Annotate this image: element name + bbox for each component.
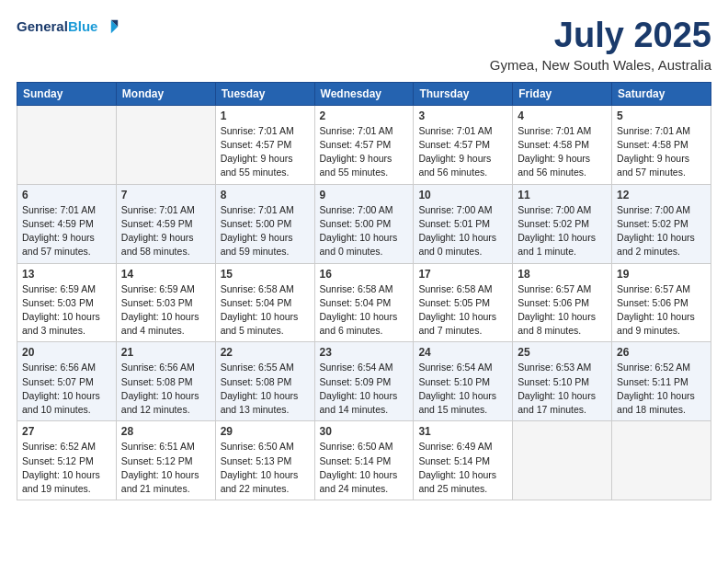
header: GeneralBlue July 2025 Gymea, New South W… (17, 17, 711, 73)
day-info: Sunrise: 7:01 AMSunset: 4:59 PMDaylight:… (22, 203, 111, 259)
day-info: Sunrise: 6:49 AMSunset: 5:14 PMDaylight:… (418, 440, 507, 496)
day-info: Sunrise: 6:58 AMSunset: 5:04 PMDaylight:… (221, 282, 310, 339)
location-title: Gymea, New South Wales, Australia (490, 57, 711, 73)
calendar-cell: 30Sunrise: 6:50 AMSunset: 5:14 PMDayligh… (314, 421, 414, 500)
day-number: 6 (22, 189, 111, 201)
calendar-cell: 31Sunrise: 6:49 AMSunset: 5:14 PMDayligh… (414, 421, 513, 500)
day-info: Sunrise: 6:54 AMSunset: 5:09 PMDaylight:… (320, 361, 409, 417)
day-number: 28 (121, 425, 210, 438)
calendar-cell: 7Sunrise: 7:01 AMSunset: 4:59 PMDaylight… (116, 184, 215, 263)
day-info: Sunrise: 7:01 AMSunset: 4:59 PMDaylight:… (121, 203, 210, 259)
day-info: Sunrise: 6:57 AMSunset: 5:06 PMDaylight:… (518, 282, 607, 339)
day-number: 3 (418, 109, 507, 122)
day-info: Sunrise: 7:01 AMSunset: 4:58 PMDaylight:… (617, 124, 706, 180)
day-info: Sunrise: 6:58 AMSunset: 5:04 PMDaylight:… (320, 282, 409, 339)
calendar-week-row: 1Sunrise: 7:01 AMSunset: 4:57 PMDaylight… (17, 105, 711, 184)
day-number: 20 (22, 346, 111, 359)
day-number: 30 (320, 425, 409, 438)
day-info: Sunrise: 6:58 AMSunset: 5:05 PMDaylight:… (418, 282, 507, 339)
day-info: Sunrise: 6:56 AMSunset: 5:07 PMDaylight:… (22, 361, 111, 417)
day-number: 17 (418, 268, 507, 281)
day-info: Sunrise: 6:59 AMSunset: 5:03 PMDaylight:… (22, 282, 111, 339)
calendar-cell: 4Sunrise: 7:01 AMSunset: 4:58 PMDaylight… (513, 105, 612, 184)
day-info: Sunrise: 6:59 AMSunset: 5:03 PMDaylight:… (121, 282, 210, 339)
day-number: 24 (418, 346, 507, 359)
calendar-cell: 6Sunrise: 7:01 AMSunset: 4:59 PMDaylight… (17, 184, 117, 263)
day-info: Sunrise: 6:57 AMSunset: 5:06 PMDaylight:… (617, 282, 706, 339)
calendar-cell: 11Sunrise: 7:00 AMSunset: 5:02 PMDayligh… (513, 184, 612, 263)
day-number: 2 (320, 109, 409, 122)
day-number: 11 (518, 189, 607, 201)
weekday-header-wednesday: Wednesday (314, 82, 414, 105)
calendar-cell: 5Sunrise: 7:01 AMSunset: 4:58 PMDaylight… (612, 105, 711, 184)
day-info: Sunrise: 6:50 AMSunset: 5:14 PMDaylight:… (320, 440, 409, 496)
day-number: 13 (22, 268, 111, 281)
day-number: 14 (121, 268, 210, 281)
weekday-header-tuesday: Tuesday (215, 82, 314, 105)
day-number: 27 (22, 425, 111, 438)
calendar-cell: 23Sunrise: 6:54 AMSunset: 5:09 PMDayligh… (314, 342, 414, 421)
day-number: 4 (518, 109, 607, 122)
day-number: 16 (320, 268, 409, 281)
calendar-cell: 8Sunrise: 7:01 AMSunset: 5:00 PMDaylight… (215, 184, 314, 263)
calendar-cell: 21Sunrise: 6:56 AMSunset: 5:08 PMDayligh… (116, 342, 215, 421)
calendar-week-row: 13Sunrise: 6:59 AMSunset: 5:03 PMDayligh… (17, 263, 711, 342)
day-number: 23 (320, 346, 409, 359)
day-number: 25 (518, 346, 607, 359)
calendar-week-row: 27Sunrise: 6:52 AMSunset: 5:12 PMDayligh… (17, 421, 711, 500)
day-info: Sunrise: 7:01 AMSunset: 4:57 PMDaylight:… (221, 124, 310, 180)
day-number: 15 (221, 268, 310, 281)
day-info: Sunrise: 6:56 AMSunset: 5:08 PMDaylight:… (121, 361, 210, 417)
day-info: Sunrise: 6:50 AMSunset: 5:13 PMDaylight:… (221, 440, 310, 496)
calendar-week-row: 20Sunrise: 6:56 AMSunset: 5:07 PMDayligh… (17, 342, 711, 421)
day-info: Sunrise: 7:01 AMSunset: 5:00 PMDaylight:… (221, 203, 310, 259)
calendar-cell: 17Sunrise: 6:58 AMSunset: 5:05 PMDayligh… (414, 263, 513, 342)
day-number: 7 (121, 189, 210, 201)
calendar-cell: 12Sunrise: 7:00 AMSunset: 5:02 PMDayligh… (612, 184, 711, 263)
calendar-cell: 19Sunrise: 6:57 AMSunset: 5:06 PMDayligh… (612, 263, 711, 342)
calendar-cell (17, 105, 117, 184)
calendar-table: SundayMondayTuesdayWednesdayThursdayFrid… (17, 82, 711, 500)
calendar-cell: 18Sunrise: 6:57 AMSunset: 5:06 PMDayligh… (513, 263, 612, 342)
day-number: 9 (320, 189, 409, 201)
weekday-header-thursday: Thursday (414, 82, 513, 105)
calendar-cell (513, 421, 612, 500)
calendar-week-row: 6Sunrise: 7:01 AMSunset: 4:59 PMDaylight… (17, 184, 711, 263)
calendar-cell: 29Sunrise: 6:50 AMSunset: 5:13 PMDayligh… (215, 421, 314, 500)
calendar-cell: 26Sunrise: 6:52 AMSunset: 5:11 PMDayligh… (612, 342, 711, 421)
day-info: Sunrise: 6:52 AMSunset: 5:11 PMDaylight:… (617, 361, 706, 417)
calendar-cell: 14Sunrise: 6:59 AMSunset: 5:03 PMDayligh… (116, 263, 215, 342)
logo-icon (99, 17, 119, 37)
day-number: 18 (518, 268, 607, 281)
day-info: Sunrise: 7:00 AMSunset: 5:02 PMDaylight:… (518, 203, 607, 259)
day-number: 12 (617, 189, 706, 201)
logo-text: GeneralBlue (17, 18, 97, 34)
calendar-cell: 25Sunrise: 6:53 AMSunset: 5:10 PMDayligh… (513, 342, 612, 421)
month-title: July 2025 (490, 17, 711, 55)
day-number: 31 (418, 425, 507, 438)
day-info: Sunrise: 6:51 AMSunset: 5:12 PMDaylight:… (121, 440, 210, 496)
calendar-cell: 28Sunrise: 6:51 AMSunset: 5:12 PMDayligh… (116, 421, 215, 500)
day-info: Sunrise: 7:00 AMSunset: 5:01 PMDaylight:… (418, 203, 507, 259)
logo: GeneralBlue (17, 17, 119, 37)
weekday-header-row: SundayMondayTuesdayWednesdayThursdayFrid… (17, 82, 711, 105)
calendar-cell (116, 105, 215, 184)
calendar-cell: 24Sunrise: 6:54 AMSunset: 5:10 PMDayligh… (414, 342, 513, 421)
day-number: 29 (221, 425, 310, 438)
day-number: 8 (221, 189, 310, 201)
calendar-cell: 20Sunrise: 6:56 AMSunset: 5:07 PMDayligh… (17, 342, 117, 421)
weekday-header-monday: Monday (116, 82, 215, 105)
weekday-header-sunday: Sunday (17, 82, 117, 105)
title-block: July 2025 Gymea, New South Wales, Austra… (490, 17, 711, 73)
page: GeneralBlue July 2025 Gymea, New South W… (0, 0, 728, 563)
day-info: Sunrise: 7:01 AMSunset: 4:57 PMDaylight:… (418, 124, 507, 180)
weekday-header-saturday: Saturday (612, 82, 711, 105)
calendar-cell: 22Sunrise: 6:55 AMSunset: 5:08 PMDayligh… (215, 342, 314, 421)
day-info: Sunrise: 6:55 AMSunset: 5:08 PMDaylight:… (221, 361, 310, 417)
day-info: Sunrise: 6:53 AMSunset: 5:10 PMDaylight:… (518, 361, 607, 417)
day-number: 10 (418, 189, 507, 201)
calendar-cell: 10Sunrise: 7:00 AMSunset: 5:01 PMDayligh… (414, 184, 513, 263)
calendar-cell: 1Sunrise: 7:01 AMSunset: 4:57 PMDaylight… (215, 105, 314, 184)
day-number: 19 (617, 268, 706, 281)
day-number: 21 (121, 346, 210, 359)
